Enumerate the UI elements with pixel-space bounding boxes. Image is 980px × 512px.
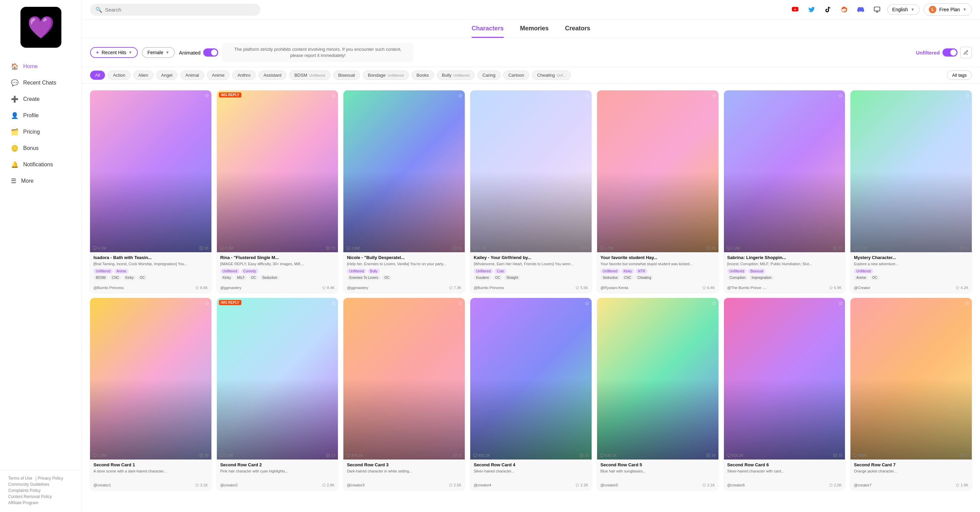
discord-icon[interactable]	[854, 3, 867, 16]
unfiltered-toggle-switch[interactable]	[942, 48, 958, 57]
card-favorite-star[interactable]: ☆	[965, 300, 970, 307]
sidebar-item-more[interactable]: ☰ More	[3, 173, 79, 189]
female-chevron: ▼	[165, 50, 169, 55]
card-favorite-star[interactable]: ☆	[205, 300, 209, 307]
monitor-icon[interactable]	[871, 3, 883, 16]
language-select[interactable]: English ▼	[887, 5, 920, 15]
card-footer: @ggmastery 8.4K	[217, 284, 338, 293]
cheating-unfiltered-suffix: Unf...	[557, 73, 566, 77]
card-sub-tags: Enemies To LoversOC	[347, 275, 461, 280]
card-7[interactable]: ☆ 1.1M 18 Mystery Character... Explore a…	[850, 90, 972, 293]
twitter-icon[interactable]	[805, 3, 818, 16]
sidebar-item-pricing[interactable]: 🗂️ Pricing	[3, 124, 79, 140]
community-link[interactable]: Community Guidelines	[8, 482, 49, 487]
complaints-link[interactable]: Complaints Policy	[8, 488, 41, 493]
tag-alien[interactable]: Alien	[133, 71, 153, 80]
youtube-icon[interactable]	[789, 3, 801, 16]
sidebar-item-profile[interactable]: 👤 Profile	[3, 108, 79, 123]
card-13[interactable]: ☆ 919.2K 20 Second Row Card 6 Silver-hai…	[724, 298, 845, 490]
card-desc: A store scene with a dark-haired charact…	[94, 469, 208, 474]
card-author: @Burrito Princess	[94, 286, 124, 290]
sidebar-item-bonus-label: Bonus	[23, 145, 38, 151]
card-favorite-star[interactable]: ☆	[712, 92, 716, 99]
sidebar-item-bonus[interactable]: 🪙 Bonus	[3, 140, 79, 156]
tag-assistant[interactable]: Assistant	[258, 71, 287, 80]
terms-link[interactable]: Terms of Use	[8, 476, 32, 481]
card-12[interactable]: ☆ 930.1K 29 Second Row Card 5 Blue hair …	[597, 298, 719, 490]
tag-bdsm[interactable]: BDSM Unfiltered	[289, 71, 330, 80]
card-favorite-star[interactable]: ☆	[458, 92, 463, 99]
card-favorite-star[interactable]: ☆	[585, 300, 590, 307]
card-favorite-star[interactable]: ☆	[838, 300, 843, 307]
card-tag: Cute	[495, 269, 506, 274]
card-favorite-star[interactable]: ☆	[712, 300, 716, 307]
card-sub-tag: Corruption	[727, 275, 748, 280]
content-removal-link[interactable]: Content Removal Policy	[8, 494, 52, 499]
tiktok-icon[interactable]	[822, 3, 834, 16]
card-image-count: 58	[199, 246, 208, 250]
card-favorite-star[interactable]: ☆	[965, 92, 970, 99]
tag-bisexual[interactable]: Bisexual	[333, 71, 360, 80]
tag-bully[interactable]: Bully Unfiltered	[437, 71, 475, 80]
card-image-count: 73	[326, 246, 335, 250]
tag-anthro[interactable]: Anthro	[232, 71, 255, 80]
sidebar-item-create[interactable]: ➕ Create	[3, 91, 79, 107]
card-main-tags: UnfilteredComedy	[220, 269, 335, 274]
card-1[interactable]: ☆ 4.1M 58 Isadora - Bath with Teasin... …	[90, 90, 212, 293]
tag-angel[interactable]: Angel	[156, 71, 178, 80]
sidebar-item-home[interactable]: 🏠 Home	[3, 59, 79, 74]
all-tags-button[interactable]: All tags	[947, 71, 972, 80]
tag-all[interactable]: All	[90, 71, 105, 80]
card-views: 1.7M	[600, 246, 613, 250]
card-2[interactable]: IMG REPLY ☆ 3.2M 73 Rina - "Flustered Si…	[217, 90, 338, 293]
card-14[interactable]: ☆ 900K 17 Second Row Card 7 Orange jacke…	[850, 298, 972, 490]
card-11[interactable]: ☆ 931.2K 20 Second Row Card 4 Silver-hai…	[470, 298, 592, 490]
card-9[interactable]: IMG REPLY ☆ 1.1M 23 Second Row Card 2 Pi…	[217, 298, 338, 490]
sidebar-item-profile-label: Profile	[23, 113, 38, 119]
privacy-link[interactable]: Privacy Policy	[38, 476, 64, 481]
card-tag: Unfiltered	[854, 269, 873, 274]
card-favorite-star[interactable]: ☆	[838, 92, 843, 99]
card-3[interactable]: ☆ 2.8M 53 Nicole - "Bully Desperatel... …	[344, 90, 465, 293]
recent-hits-dropdown[interactable]: ✦ Recent Hits ▼	[90, 47, 138, 58]
card-favorite-star[interactable]: ☆	[585, 92, 590, 99]
card-favorite-star[interactable]: ☆	[331, 92, 336, 99]
card-4[interactable]: ☆ 1.7M 40 Kailey - Your Girlfriend by...…	[470, 90, 592, 293]
card-main-tags: UnfilteredAnime	[94, 269, 208, 274]
card-views: 1.2M	[727, 246, 740, 250]
reddit-icon[interactable]	[838, 3, 850, 16]
tag-animal[interactable]: Animal	[180, 71, 204, 80]
tag-cheating[interactable]: Cheating Unf...	[532, 71, 571, 80]
female-dropdown[interactable]: Female ▼	[142, 47, 175, 58]
search-input[interactable]	[105, 7, 255, 13]
card-favorite-star[interactable]: ☆	[205, 92, 209, 99]
tag-action[interactable]: Action	[108, 71, 130, 80]
tag-cartoon[interactable]: Cartoon	[503, 71, 529, 80]
card-8[interactable]: ☆ 1.2M 29 Second Row Card 1 A store scen…	[90, 298, 212, 490]
filter-row: ✦ Recent Hits ▼ Female ▼ Animated The pl…	[82, 38, 980, 67]
card-favorite-star[interactable]: ☆	[331, 300, 336, 307]
sidebar-item-notifications[interactable]: 🔔 Notifications	[3, 157, 79, 172]
card-body: Nicole - "Bully Desperatel... [Help her,…	[344, 252, 465, 284]
tab-creators[interactable]: Creators	[565, 25, 590, 38]
tab-memories[interactable]: Memories	[520, 25, 549, 38]
plan-select[interactable]: L Free Plan ▼	[924, 3, 972, 16]
tag-books[interactable]: Books	[412, 71, 434, 80]
card-stats: 3.2M 73	[217, 246, 338, 250]
card-6[interactable]: ☆ 1.2M 22 Sabrina: Lingerie Shoppin... […	[724, 90, 845, 293]
tag-caring[interactable]: Caring	[477, 71, 501, 80]
card-favorite-star[interactable]: ☆	[458, 300, 463, 307]
svg-rect-70	[600, 454, 603, 456]
card-sub-tag: OC	[382, 275, 392, 280]
tag-anime[interactable]: Anime	[207, 71, 230, 80]
card-10[interactable]: ☆ 978.1K 15 Second Row Card 3 Dark-haire…	[344, 298, 465, 490]
animated-toggle-switch[interactable]	[203, 48, 218, 57]
settings-icon-btn[interactable]	[960, 47, 972, 58]
card-5[interactable]: ☆ 1.7M 28 Your favorite student Hay... Y…	[597, 90, 719, 293]
tag-bondage[interactable]: Bondage Unfiltered	[363, 71, 409, 80]
sidebar-item-recent-chats[interactable]: 💬 Recent Chats	[3, 75, 79, 91]
card-tag: Bully	[368, 269, 380, 274]
tab-characters[interactable]: Characters	[472, 25, 504, 38]
search-box[interactable]: 🔍	[90, 4, 261, 16]
affiliate-link[interactable]: Affiliate Program	[8, 501, 38, 505]
